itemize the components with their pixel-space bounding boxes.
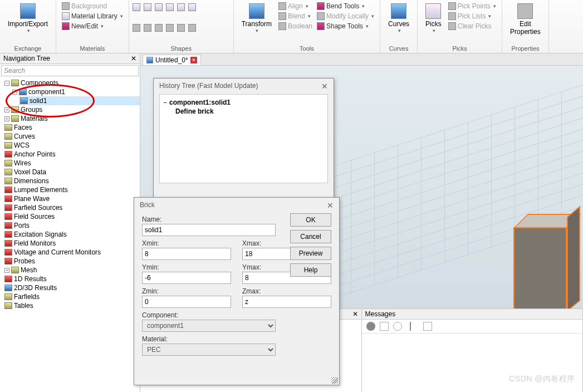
close-icon[interactable]: ✕	[321, 82, 328, 91]
tab-close-icon[interactable]: ✕	[190, 57, 197, 63]
shape-icon[interactable]	[144, 24, 151, 32]
tree-groups[interactable]: +Groups	[3, 105, 140, 114]
shape-extrude-icon[interactable]	[188, 3, 196, 11]
transform-button[interactable]: Transform▾	[237, 1, 276, 36]
material-library-item[interactable]: Material Library▾	[60, 11, 125, 21]
shape-cyl-icon[interactable]	[155, 3, 163, 11]
tree-wcs[interactable]: WCS	[3, 141, 140, 150]
cancel-button[interactable]: Cancel	[290, 230, 331, 243]
tree-anchor[interactable]: Anchor Points	[3, 150, 140, 159]
warning-filter-icon[interactable]	[380, 322, 389, 331]
shape-icon[interactable]	[133, 24, 140, 32]
shape-icon[interactable]	[166, 24, 174, 32]
brick-dialog[interactable]: Brick✕ Name: Xmin: Xmax: Ymin: Ymax: Zmi…	[134, 197, 340, 385]
tree-lumped[interactable]: Lumped Elements	[3, 185, 140, 194]
tree-fieldmon[interactable]: Field Monitors	[3, 239, 140, 248]
blend-item[interactable]: Blend▾	[276, 11, 315, 21]
tree-farfields[interactable]: Farfields	[3, 292, 140, 301]
curves-button[interactable]: Curves▾	[384, 1, 414, 36]
import-export-button[interactable]: Import/Export▾	[3, 1, 52, 36]
tree-voxel[interactable]: Voxel Data	[3, 168, 140, 177]
background-item[interactable]: Background	[60, 1, 125, 11]
collapse-icon[interactable]: −	[163, 98, 167, 107]
xmin-input[interactable]	[142, 248, 231, 260]
shape-torus-icon[interactable]	[177, 3, 185, 11]
history-tree-dialog[interactable]: History Tree (Fast Model Update)✕ −compo…	[153, 78, 334, 198]
solid-brick-3d[interactable]	[513, 210, 580, 308]
tree-excitation[interactable]: Excitation Signals	[3, 230, 140, 239]
help-button[interactable]: Help	[290, 263, 331, 277]
expand-icon[interactable]: +	[4, 268, 9, 273]
search-input[interactable]: Search	[1, 65, 139, 76]
tree-materials[interactable]: +Materials	[3, 114, 140, 123]
tree-planewave[interactable]: Plane Wave	[3, 194, 140, 203]
pick-points-item[interactable]: Pick Points▾	[446, 1, 498, 11]
shape-cone-icon[interactable]	[166, 3, 174, 11]
info-filter-icon[interactable]	[393, 322, 402, 331]
tree-solid1[interactable]: solid1	[19, 96, 140, 105]
new-edit-item[interactable]: New/Edit▾	[60, 21, 125, 31]
component-select[interactable]: component1	[142, 320, 276, 332]
folder-icon	[4, 124, 12, 131]
tree-wires[interactable]: Wires	[3, 159, 140, 168]
zmin-input[interactable]	[142, 296, 231, 308]
boolean-item[interactable]: Boolean	[276, 21, 315, 31]
name-input[interactable]	[142, 224, 276, 236]
tree-dimensions[interactable]: Dimensions	[3, 177, 140, 185]
clear-picks-item[interactable]: Clear Picks	[446, 21, 498, 31]
error-filter-icon[interactable]	[366, 322, 375, 331]
tree-field-src[interactable]: Field Sources	[3, 212, 140, 221]
close-icon[interactable]: ✕	[327, 201, 334, 210]
navigation-tree[interactable]: −Components −component1 solid1 +Groups +…	[0, 77, 140, 392]
tree-voltmon[interactable]: Voltage and Current Monitors	[3, 248, 140, 257]
folder-icon	[11, 106, 19, 113]
tree-component1[interactable]: −component1	[11, 87, 140, 96]
shape-icon[interactable]	[177, 24, 185, 32]
collapse-icon[interactable]: −	[4, 81, 9, 86]
align-item[interactable]: Align▾	[276, 1, 315, 11]
pick-lists-item[interactable]: Pick Lists▾	[446, 11, 498, 21]
probes-icon	[4, 258, 12, 264]
curves-label: Curves	[388, 20, 409, 28]
modify-locally-item[interactable]: Modify Locally▾	[315, 11, 376, 21]
bend-tools-item[interactable]: Bend Tools▾	[315, 1, 376, 11]
tree-ports[interactable]: Ports	[3, 221, 140, 230]
picks-button[interactable]: Picks▾	[421, 1, 446, 36]
material-select[interactable]: PEC	[142, 344, 276, 356]
tree-2d3d[interactable]: 2D/3D Results	[3, 283, 140, 292]
shape-brick-icon[interactable]	[133, 3, 140, 11]
tree-tables[interactable]: Tables	[3, 301, 140, 310]
zmax-input[interactable]	[242, 296, 331, 308]
tree-components[interactable]: −Components	[3, 79, 140, 87]
tree-1d[interactable]: 1D Results	[3, 275, 140, 283]
preview-button[interactable]: Preview	[290, 247, 331, 260]
indent-icon[interactable]	[423, 322, 432, 331]
watermark: CSDN @内卷程序	[509, 374, 575, 384]
shape-tools-item[interactable]: Shape Tools▾	[315, 21, 376, 31]
close-icon[interactable]: ✕	[131, 55, 136, 62]
picks-icon	[425, 3, 441, 19]
history-define-brick[interactable]: Define brick	[175, 107, 324, 116]
tab-untitled[interactable]: Untitled_0*✕	[143, 55, 201, 65]
tree-curves[interactable]: Curves	[3, 132, 140, 141]
tree-farfield-src[interactable]: Farfield Sources	[3, 203, 140, 212]
close-icon[interactable]: ✕	[352, 310, 358, 318]
expand-icon[interactable]: +	[4, 116, 9, 121]
ok-button[interactable]: OK	[290, 213, 331, 227]
expand-icon[interactable]: +	[4, 107, 9, 112]
edit-properties-button[interactable]: Edit Properties	[506, 1, 545, 38]
collapse-icon[interactable]: −	[12, 90, 17, 95]
component-label: Component:	[142, 311, 276, 319]
ymin-input[interactable]	[142, 272, 231, 284]
shape-icon[interactable]	[188, 24, 196, 32]
tree-probes[interactable]: Probes	[3, 257, 140, 266]
shape-icon[interactable]	[155, 24, 163, 32]
tree-label: WCS	[14, 141, 30, 150]
tree-mesh[interactable]: +Mesh	[3, 266, 140, 275]
history-root[interactable]: −component1:solid1	[163, 98, 324, 107]
tree-faces[interactable]: Faces	[3, 123, 140, 132]
history-title[interactable]: History Tree (Fast Model Update)✕	[154, 79, 334, 94]
brick-title[interactable]: Brick✕	[134, 198, 339, 213]
shape-sphere-icon[interactable]	[144, 3, 151, 11]
resize-grip-icon[interactable]	[331, 377, 338, 384]
